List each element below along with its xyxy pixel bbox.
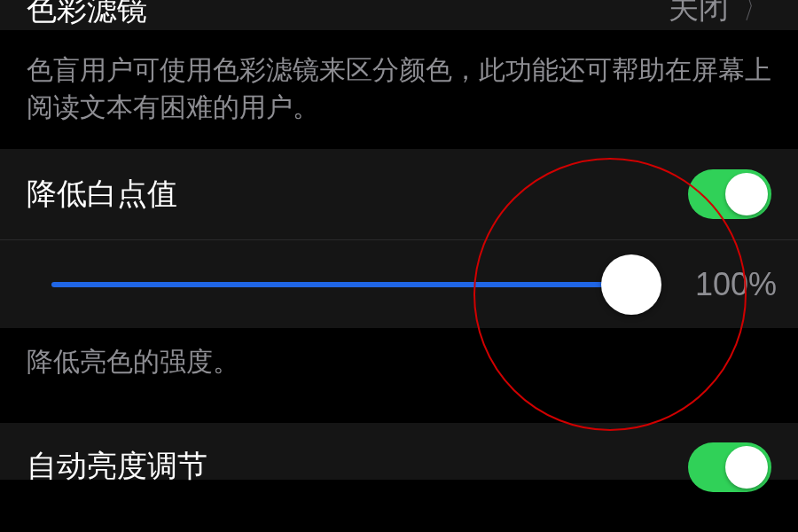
- toggle-knob: [725, 446, 768, 489]
- color-filter-row[interactable]: 色彩滤镜 关闭 〉: [0, 0, 798, 30]
- auto-brightness-label: 自动亮度调节: [27, 446, 207, 487]
- toggle-knob: [725, 173, 768, 215]
- whitepoint-slider[interactable]: [51, 282, 631, 287]
- auto-brightness-toggle[interactable]: [688, 442, 771, 492]
- whitepoint-description: 降低亮色的强度。: [27, 344, 771, 380]
- chevron-right-icon: 〉: [743, 0, 767, 15]
- auto-brightness-row: 自动亮度调节: [0, 423, 798, 480]
- color-filter-description-block: 色盲用户可使用色彩滤镜来区分颜色，此功能还可帮助在屏幕上阅读文本有困难的用户。: [0, 30, 798, 149]
- color-filter-right: 关闭 〉: [669, 0, 771, 20]
- reduce-whitepoint-toggle[interactable]: [688, 169, 771, 219]
- color-filter-label: 色彩滤镜: [27, 0, 147, 21]
- whitepoint-slider-value: 100%: [674, 266, 777, 303]
- color-filter-description: 色盲用户可使用色彩滤镜来区分颜色，此功能还可帮助在屏幕上阅读文本有困难的用户。: [27, 51, 771, 126]
- whitepoint-slider-row: 100%: [0, 239, 798, 328]
- slider-thumb[interactable]: [601, 254, 661, 315]
- reduce-whitepoint-label: 降低白点值: [27, 174, 177, 215]
- color-filter-status: 关闭: [669, 0, 729, 20]
- whitepoint-description-block: 降低亮色的强度。: [0, 328, 798, 423]
- reduce-whitepoint-row: 降低白点值: [0, 149, 798, 239]
